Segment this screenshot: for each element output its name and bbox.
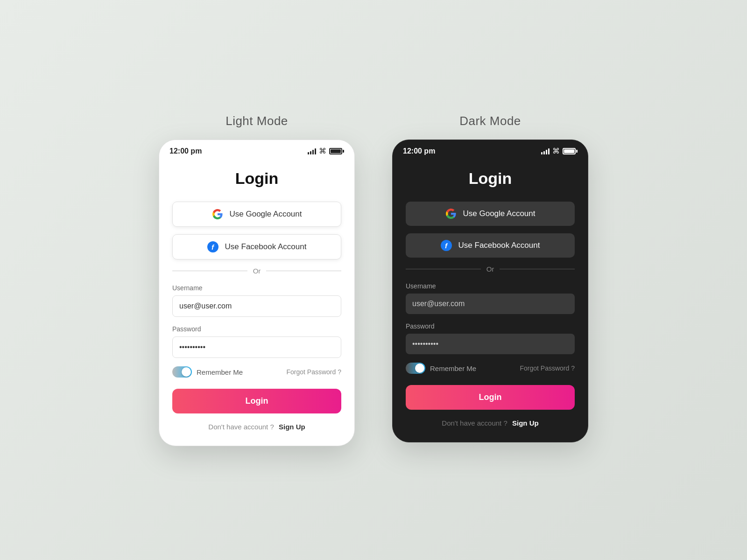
dark-login-title: Login [406,169,575,188]
page-container: Light Mode 12:00 pm ⌘ [140,95,607,465]
light-mode-label: Light Mode [226,114,288,128]
dark-remember-label: Remember Me [430,364,476,372]
dark-status-bar: 12:00 pm ⌘ [393,140,588,160]
dark-wifi-icon: ⌘ [552,147,560,155]
dark-login-button[interactable]: Login [406,385,575,410]
light-signup-link[interactable]: Sign Up [279,423,305,431]
light-remember-group: Remember Me [172,366,243,378]
dark-signup-row: Don't have account ? Sign Up [406,419,575,427]
dark-username-input[interactable] [406,294,575,314]
light-login-btn-label: Login [246,396,268,406]
dark-remember-toggle[interactable] [406,363,425,374]
light-signal-icon [308,148,316,154]
dark-status-time: 12:00 pm [403,147,435,155]
dark-google-btn-label: Use Google Account [463,209,536,218]
light-login-button[interactable]: Login [172,389,341,413]
light-no-account-text: Don't have account ? [208,423,274,431]
light-google-btn-label: Use Google Account [230,210,302,219]
light-or-text: Or [253,267,261,275]
light-phone-content: Login Use Google Account f Use Facebook … [159,160,354,446]
dark-google-icon [445,208,457,219]
light-phone-frame: 12:00 pm ⌘ [159,140,355,446]
dark-or-text: Or [486,265,494,273]
dark-phone-content: Login Use Google Account f Use Facebook … [393,160,588,442]
dark-facebook-button[interactable]: f Use Facebook Account [406,233,575,258]
light-username-input[interactable] [172,295,341,317]
dark-signal-icon [541,148,550,154]
facebook-icon: f [207,241,218,252]
light-remember-toggle[interactable] [172,366,192,378]
light-toggle-thumb [182,367,191,377]
dark-password-label: Password [406,322,575,330]
dark-signup-link[interactable]: Sign Up [512,419,539,427]
dark-login-btn-label: Login [479,392,502,402]
dark-google-button[interactable]: Use Google Account [406,202,575,226]
light-mode-column: Light Mode 12:00 pm ⌘ [159,114,355,446]
google-icon [212,209,223,220]
dark-battery-icon [563,148,578,154]
light-signup-row: Don't have account ? Sign Up [172,423,341,431]
dark-facebook-btn-label: Use Facebook Account [458,241,540,250]
dark-phone-frame: 12:00 pm ⌘ [392,140,588,442]
dark-bottom-row: Remember Me Forgot Password ? [406,363,575,374]
dark-username-label: Username [406,282,575,290]
light-forgot-password[interactable]: Forgot Password ? [287,368,342,376]
light-facebook-button[interactable]: f Use Facebook Account [172,234,341,259]
light-bottom-row: Remember Me Forgot Password ? [172,366,341,378]
light-password-input[interactable] [172,336,341,358]
dark-or-line-left [406,269,481,269]
light-status-icons: ⌘ [308,147,344,155]
light-password-label: Password [172,325,341,333]
dark-remember-group: Remember Me [406,363,476,374]
dark-mode-label: Dark Mode [459,114,521,128]
dark-or-divider: Or [406,265,575,273]
dark-mode-column: Dark Mode 12:00 pm ⌘ [392,114,588,442]
dark-no-account-text: Don't have account ? [442,419,507,427]
dark-facebook-icon: f [441,240,452,251]
light-status-bar: 12:00 pm ⌘ [159,140,354,160]
dark-status-icons: ⌘ [541,147,578,155]
dark-password-input[interactable] [406,334,575,354]
light-google-button[interactable]: Use Google Account [172,202,341,227]
light-remember-label: Remember Me [197,368,243,376]
light-battery-icon [329,148,344,154]
light-facebook-btn-label: Use Facebook Account [225,242,307,252]
light-or-divider: Or [172,267,341,275]
light-login-title: Login [172,169,341,188]
dark-forgot-password[interactable]: Forgot Password ? [520,364,575,372]
light-or-line-right [266,271,341,271]
dark-or-line-right [500,269,575,269]
light-wifi-icon: ⌘ [319,147,326,155]
light-or-line-left [172,271,247,271]
light-username-label: Username [172,284,341,292]
dark-toggle-thumb [415,364,424,373]
light-status-time: 12:00 pm [169,147,202,155]
